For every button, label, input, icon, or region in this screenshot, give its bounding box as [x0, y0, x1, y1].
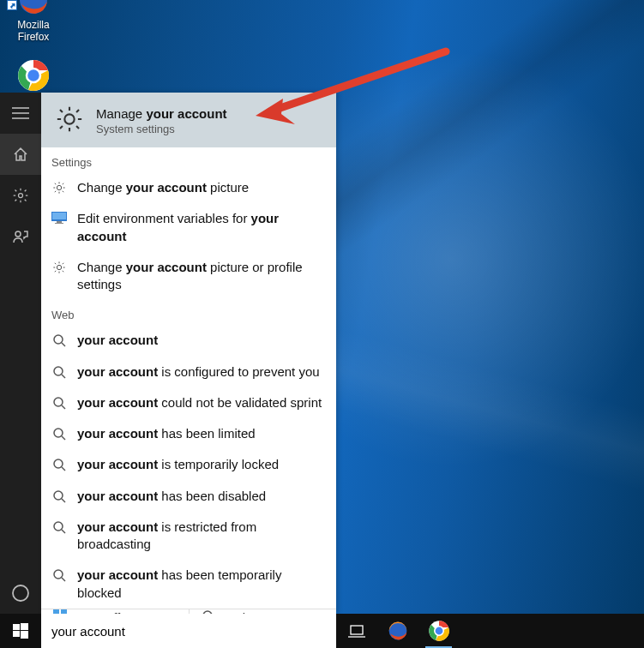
- result-text: Change your account picture or profile s…: [77, 259, 326, 294]
- svg-point-21: [54, 398, 63, 406]
- web-result[interactable]: your account has been temporarily blocke…: [41, 560, 336, 609]
- svg-point-8: [15, 231, 21, 237]
- svg-point-16: [57, 265, 61, 269]
- svg-line-30: [62, 530, 65, 533]
- web-result[interactable]: your account has been limited: [41, 418, 336, 449]
- svg-rect-41: [13, 631, 20, 637]
- rail-feedback-button[interactable]: [0, 216, 41, 257]
- search-results-panel: Manage your account System settings Sett…: [41, 93, 336, 614]
- svg-line-20: [62, 375, 65, 378]
- web-result[interactable]: your account is temporarily locked: [41, 449, 336, 480]
- settings-result[interactable]: Change your account picture: [41, 172, 336, 203]
- best-match-title: Manage your account: [96, 106, 227, 121]
- svg-rect-43: [351, 626, 363, 634]
- search-icon: [51, 568, 67, 582]
- web-result[interactable]: your account could not be validated spri…: [41, 387, 336, 418]
- rail-settings-button[interactable]: [0, 175, 41, 216]
- svg-rect-39: [13, 624, 20, 630]
- svg-point-29: [54, 522, 63, 531]
- shortcut-badge-icon: [7, 0, 17, 10]
- result-text: your account is configured to prevent yo…: [77, 363, 326, 381]
- rail-home-button[interactable]: [0, 134, 41, 175]
- best-match-subtitle: System settings: [96, 123, 227, 135]
- svg-line-24: [62, 436, 65, 440]
- task-view-button[interactable]: [336, 614, 377, 648]
- svg-point-25: [54, 459, 63, 468]
- taskbar-search-input[interactable]: [51, 624, 326, 639]
- search-icon: [51, 396, 67, 410]
- settings-result[interactable]: Edit environment variables for your acco…: [41, 203, 336, 252]
- search-icon: [51, 333, 67, 347]
- taskbar: [0, 614, 644, 648]
- svg-rect-42: [21, 631, 28, 639]
- search-icon: [51, 458, 67, 471]
- svg-line-32: [62, 578, 65, 581]
- desktop-icon-chrome[interactable]: [2, 58, 65, 94]
- svg-point-9: [13, 585, 28, 601]
- result-text: your account has been temporarily blocke…: [77, 567, 326, 602]
- svg-rect-15: [55, 223, 63, 224]
- taskbar-app-firefox[interactable]: [377, 614, 418, 648]
- gear-icon: [51, 181, 67, 195]
- monitor-icon: [51, 212, 67, 224]
- web-result[interactable]: your account: [41, 325, 336, 356]
- svg-line-28: [62, 499, 65, 502]
- result-text: Edit environment variables for your acco…: [77, 210, 326, 245]
- web-result[interactable]: your account is configured to prevent yo…: [41, 357, 336, 387]
- search-icon: [51, 365, 67, 379]
- group-label-web: Web: [41, 300, 336, 325]
- svg-rect-13: [52, 213, 66, 219]
- firefox-icon: [16, 0, 51, 17]
- svg-point-31: [54, 570, 63, 579]
- search-sidebar: [0, 93, 41, 614]
- gear-icon: [51, 261, 67, 274]
- svg-line-22: [62, 405, 65, 409]
- svg-point-7: [19, 194, 23, 198]
- best-match-result[interactable]: Manage your account System settings: [41, 93, 336, 147]
- chrome-icon: [16, 58, 51, 93]
- svg-point-11: [57, 185, 61, 189]
- svg-point-23: [54, 429, 63, 437]
- gear-icon: [55, 105, 84, 137]
- web-result[interactable]: your account has been disabled: [41, 481, 336, 512]
- svg-point-27: [54, 491, 63, 500]
- web-result[interactable]: your account is restricted from broadcas…: [41, 512, 336, 561]
- svg-rect-14: [57, 221, 62, 223]
- rail-menu-button[interactable]: [0, 93, 41, 134]
- rail-cortana-button[interactable]: [0, 573, 41, 614]
- result-text: your account: [77, 332, 326, 349]
- result-text: your account is restricted from broadcas…: [77, 519, 326, 554]
- result-text: Change your account picture: [77, 179, 326, 196]
- start-button[interactable]: [0, 614, 41, 648]
- svg-point-17: [54, 335, 63, 344]
- result-text: your account has been disabled: [77, 488, 326, 505]
- svg-rect-40: [21, 623, 28, 630]
- desktop-icon-firefox[interactable]: Mozilla Firefox: [2, 0, 65, 43]
- svg-line-26: [62, 467, 65, 471]
- group-label-settings: Settings: [41, 147, 336, 172]
- svg-point-10: [64, 114, 74, 123]
- desktop-icon-label: Mozilla Firefox: [17, 19, 49, 43]
- svg-line-18: [62, 343, 65, 346]
- taskbar-search-box[interactable]: [41, 614, 336, 648]
- svg-point-19: [54, 367, 63, 375]
- search-icon: [51, 427, 67, 441]
- settings-result[interactable]: Change your account picture or profile s…: [41, 252, 336, 301]
- taskbar-app-chrome[interactable]: [418, 614, 460, 648]
- result-text: your account is temporarily locked: [77, 456, 326, 473]
- search-icon: [51, 489, 67, 503]
- search-icon: [51, 520, 67, 534]
- result-text: your account could not be validated spri…: [77, 394, 326, 411]
- result-text: your account has been limited: [77, 425, 326, 442]
